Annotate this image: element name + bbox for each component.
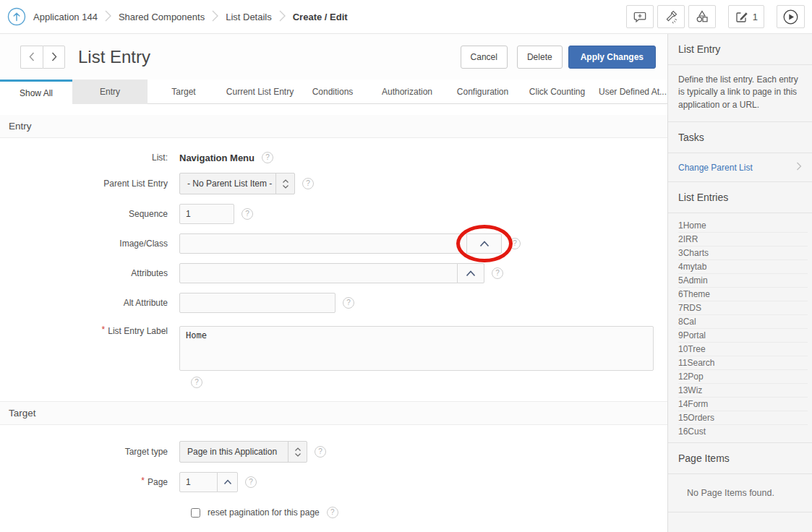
select-stepper-icon	[288, 442, 307, 462]
list-item[interactable]: 3Charts	[678, 246, 808, 260]
field-row-sequence: Sequence	[0, 204, 667, 224]
parent-list-entry-select[interactable]: - No Parent List Item -	[179, 173, 295, 194]
field-row-target-type: Target type Page in this Application	[0, 441, 667, 463]
image-class-input[interactable]	[179, 233, 467, 254]
list-item[interactable]: 4mytab	[678, 260, 808, 274]
parent-list-entry-selected-value: - No Parent List Item -	[180, 179, 275, 189]
help-icon[interactable]	[343, 297, 354, 309]
list-item[interactable]: 2IRR	[678, 233, 808, 246]
theme-roller-button[interactable]	[657, 5, 685, 28]
help-icon[interactable]	[315, 446, 326, 458]
list-item[interactable]: 6Theme	[678, 288, 808, 301]
apply-changes-button[interactable]: Apply Changes	[568, 46, 656, 69]
sidebar-tasks-title: Tasks	[668, 122, 812, 153]
list-item[interactable]: 16Cust	[678, 425, 808, 438]
list-value: Navigation Menu	[179, 153, 255, 163]
page-header: List Entry Cancel Delete Apply Changes	[0, 34, 667, 80]
header-buttons: Cancel Delete Apply Changes	[461, 46, 656, 69]
list-item[interactable]: 14Form	[678, 398, 808, 411]
run-application-button[interactable]	[777, 5, 805, 28]
tab-conditions[interactable]: Conditions	[300, 80, 365, 104]
comment-bubble-plus-icon	[633, 9, 647, 24]
help-icon[interactable]	[327, 507, 338, 518]
tab-click-counting[interactable]: Click Counting	[516, 80, 598, 104]
alt-attribute-input[interactable]	[179, 293, 336, 313]
up-arrow-circle-icon[interactable]	[7, 7, 26, 26]
target-form: Target type Page in this Application Pag…	[0, 425, 667, 532]
top-toolbar: 1	[623, 5, 805, 28]
help-icon[interactable]	[509, 238, 521, 249]
chevron-right-icon	[212, 9, 218, 25]
list-item[interactable]: 12Pop	[678, 370, 808, 384]
attributes-group	[179, 263, 484, 283]
task-change-parent-list[interactable]: Change Parent List	[668, 153, 812, 182]
help-icon[interactable]	[242, 208, 253, 220]
image-class-group	[179, 233, 502, 254]
list-entry-label-textarea[interactable]: Home	[179, 326, 654, 371]
breadcrumb-item-application[interactable]: Application 144	[33, 12, 98, 22]
page-title: List Entry	[78, 47, 150, 67]
attributes-popup-button[interactable]	[457, 263, 484, 283]
attributes-label: Attributes	[0, 268, 179, 278]
help-icon[interactable]	[302, 178, 314, 189]
sidebar-page-items-title: Page Items	[668, 443, 812, 474]
cancel-button[interactable]: Cancel	[461, 46, 508, 69]
list-item[interactable]: 1Home	[678, 219, 808, 233]
prev-next-group	[20, 46, 65, 69]
shapes-icon	[695, 9, 709, 24]
page-items-empty-message: No Page Items found.	[668, 474, 812, 512]
list-item[interactable]: 9Portal	[678, 329, 808, 343]
field-row-list: List: Navigation Menu	[0, 152, 667, 163]
list-entry-label-help-row	[191, 377, 667, 388]
entry-form: List: Navigation Menu Parent List Entry …	[0, 138, 667, 391]
help-icon[interactable]	[245, 476, 257, 488]
tab-entry[interactable]: Entry	[72, 80, 148, 104]
page-input[interactable]	[179, 472, 218, 492]
breadcrumb-current: Create / Edit	[293, 12, 348, 22]
list-item[interactable]: 10Tree	[678, 343, 808, 356]
attributes-input[interactable]	[179, 263, 458, 283]
tab-target[interactable]: Target	[148, 80, 220, 104]
list-item[interactable]: 15Orders	[678, 411, 808, 425]
tab-configuration[interactable]: Configuration	[449, 80, 516, 104]
image-class-label: Image/Class	[0, 239, 179, 249]
target-type-select[interactable]: Page in this Application	[179, 441, 307, 463]
sequence-label: Sequence	[0, 209, 179, 219]
sidebar-about-text: Define the list entry. Each entry is typ…	[668, 65, 812, 122]
sequence-input[interactable]	[179, 204, 234, 224]
add-comment-button[interactable]	[626, 5, 654, 28]
list-item[interactable]: 7RDS	[678, 301, 808, 315]
field-row-alt-attribute: Alt Attribute	[0, 293, 667, 313]
help-icon[interactable]	[191, 377, 202, 388]
help-icon[interactable]	[492, 267, 503, 279]
reset-pagination-row: reset pagination for this page	[191, 507, 667, 518]
edit-page-button[interactable]: 1	[728, 5, 764, 28]
change-parent-list-link[interactable]: Change Parent List	[678, 163, 753, 173]
play-circle-icon	[783, 9, 798, 25]
tab-authorization[interactable]: Authorization	[365, 80, 449, 104]
tab-user-defined[interactable]: User Defined At...	[598, 80, 667, 104]
chevron-right-icon	[796, 162, 802, 173]
main-panel: List Entry Cancel Delete Apply Changes S…	[0, 34, 667, 532]
breadcrumb-item-shared-components[interactable]: Shared Components	[119, 12, 205, 22]
reset-pagination-label[interactable]: reset pagination for this page	[208, 507, 320, 518]
previous-button[interactable]	[20, 46, 43, 69]
next-button[interactable]	[43, 46, 65, 69]
image-class-popup-button[interactable]	[466, 233, 502, 254]
breadcrumb-item-list-details[interactable]: List Details	[226, 12, 272, 22]
help-icon[interactable]	[262, 152, 273, 163]
tab-show-all[interactable]: Show All	[0, 80, 72, 105]
delete-button[interactable]: Delete	[517, 46, 563, 69]
list-item[interactable]: 5Admin	[678, 274, 808, 288]
target-type-selected-value: Page in this Application	[180, 447, 288, 457]
region-tab-bar: Show All Entry Target Current List Entry…	[0, 80, 667, 104]
list-item[interactable]: 13Wiz	[678, 384, 808, 398]
list-item[interactable]: 8Cal	[678, 315, 808, 329]
list-entry-label-label: List Entry Label	[0, 326, 179, 336]
edit-page-number: 1	[753, 12, 758, 22]
shared-components-button[interactable]	[688, 5, 716, 28]
tab-current-list-entry[interactable]: Current List Entry	[220, 80, 300, 104]
page-popup-button[interactable]	[217, 472, 238, 492]
list-item[interactable]: 11Search	[678, 356, 808, 370]
reset-pagination-checkbox[interactable]	[191, 508, 200, 518]
